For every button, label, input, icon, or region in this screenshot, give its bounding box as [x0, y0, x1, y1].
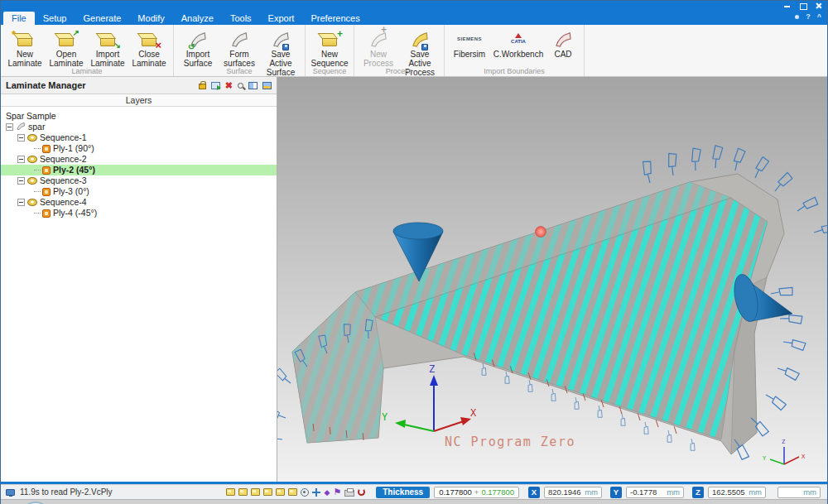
form-surfaces-icon	[230, 27, 248, 50]
title-bar	[1, 1, 827, 11]
import-surface-icon	[189, 27, 207, 50]
new-sequence-button[interactable]: New Sequence	[310, 27, 349, 68]
pin-icon[interactable]	[795, 15, 799, 19]
sequence-icon	[27, 177, 37, 185]
tree-connector	[34, 213, 41, 214]
mini-axis-z-label: Z	[782, 439, 785, 445]
menu-preferences[interactable]: Preferences	[302, 12, 368, 25]
monitor-icon	[6, 489, 15, 496]
tree-item-ply-2-selected[interactable]: Ply-2 (45°)	[1, 165, 277, 175]
ribbon-group-laminate: New Laminate Open Laminate Import Lamina…	[1, 25, 174, 76]
thickness-value: 0.177800	[439, 487, 472, 497]
nc-program-zero-label: NC Program Zero	[445, 434, 575, 449]
open-laminate-icon	[59, 27, 74, 50]
split-view-icon[interactable]	[248, 82, 258, 89]
ribbon-group-import-boundaries: SIEMENS Fibersim CATIA C.Workbench CAD I…	[445, 25, 585, 76]
ply-icon	[42, 209, 51, 218]
cworkbench-button[interactable]: CATIA C.Workbench	[492, 27, 545, 59]
help-icon[interactable]: ?	[806, 12, 811, 21]
thickness-field[interactable]: 0.177800 + 0.177800	[434, 487, 519, 498]
close-laminate-button[interactable]: Close Laminate	[129, 27, 169, 68]
x-axis-button[interactable]: X	[528, 487, 540, 498]
tree-root[interactable]: Spar Sample	[1, 111, 277, 122]
gallery-view-icon[interactable]	[262, 82, 272, 89]
import-surface-button[interactable]: Import Surface	[178, 27, 218, 68]
view-cube-4-icon[interactable]	[263, 488, 272, 496]
menu-analyze[interactable]: Analyze	[173, 12, 222, 25]
application-window: File Setup Generate Modify Analyze Tools…	[0, 0, 828, 504]
view-cube-3-icon[interactable]	[251, 488, 260, 496]
rotate-view-icon[interactable]	[301, 488, 309, 497]
y-unit: mm	[667, 487, 680, 497]
import-laminate-button[interactable]: Import Laminate	[88, 27, 128, 68]
siemens-logo-icon: SIEMENS	[457, 27, 482, 50]
sequence-icon	[27, 199, 37, 206]
menu-file[interactable]: File	[3, 12, 35, 25]
tree-item-ply-1[interactable]: Ply-1 (90°)	[1, 143, 277, 154]
fit-view-icon[interactable]	[312, 488, 320, 497]
menu-setup[interactable]: Setup	[35, 12, 75, 25]
delete-icon[interactable]: ✖	[225, 81, 233, 89]
measure-icon[interactable]: ◆	[324, 488, 330, 497]
cad-button[interactable]: CAD	[546, 27, 580, 59]
search-icon[interactable]	[238, 83, 243, 89]
tree-item-sequence-2[interactable]: Sequence-2	[1, 154, 277, 165]
ply-icon	[42, 166, 51, 175]
expander-icon[interactable]	[17, 134, 25, 142]
close-button[interactable]	[815, 2, 822, 9]
refresh-icon[interactable]	[358, 488, 365, 496]
tree-item-sequence-3[interactable]: Sequence-3	[1, 175, 277, 186]
view-cube-5-icon[interactable]	[276, 488, 285, 496]
tree-item-ply-3[interactable]: Ply-3 (0°)	[1, 186, 277, 197]
status-bar: 11.9s to read Ply-2.VcPly ◆ ⚑ Thickness …	[1, 484, 827, 499]
3d-viewport[interactable]: Z X Y NC Program Zero Z X Y	[277, 77, 827, 482]
new-process-button[interactable]: New Process	[359, 27, 398, 68]
y-coordinate-field[interactable]: -0.1778 mm	[626, 487, 684, 498]
save-disk-icon	[421, 44, 428, 50]
menu-modify[interactable]: Modify	[129, 12, 172, 25]
view-cube-2-icon[interactable]	[238, 488, 248, 496]
open-laminate-button[interactable]: Open Laminate	[46, 27, 86, 68]
ribbon-group-sequence: New Sequence Sequence	[306, 25, 354, 76]
layers-column-header: Layers	[1, 94, 277, 107]
thickness-operator: +	[474, 487, 479, 497]
extra-unit-field[interactable]: mm	[777, 487, 821, 498]
menu-export[interactable]: Export	[260, 12, 303, 25]
z-axis-button[interactable]: Z	[692, 487, 704, 498]
maximize-button[interactable]	[799, 2, 806, 9]
fibersim-button[interactable]: SIEMENS Fibersim	[449, 27, 490, 59]
panel-header: Laminate Manager ✖	[1, 77, 277, 94]
tree-item-sequence-1[interactable]: Sequence-1	[1, 132, 277, 143]
sequence-icon	[27, 134, 37, 142]
x-coordinate-field[interactable]: 820.1946 mm	[544, 487, 602, 498]
menu-generate[interactable]: Generate	[75, 12, 129, 25]
export-view-icon[interactable]	[211, 82, 220, 89]
expander-icon[interactable]	[17, 156, 25, 163]
ply-icon	[42, 145, 51, 153]
expander-icon[interactable]	[17, 177, 25, 185]
view-cube-6-icon[interactable]	[288, 488, 297, 496]
lock-icon[interactable]	[199, 84, 206, 89]
import-laminate-icon	[100, 27, 115, 50]
y-axis-button[interactable]: Y	[610, 487, 622, 498]
minimize-button[interactable]	[783, 2, 791, 9]
thickness-value-2: 0.177800	[481, 487, 514, 497]
view-cube-1-icon[interactable]	[226, 488, 235, 496]
tree-item-sequence-4[interactable]: Sequence-4	[1, 197, 277, 208]
flag-icon[interactable]: ⚑	[333, 487, 341, 497]
ribbon-group-process: New Process Save Active Process Process	[354, 25, 445, 76]
x-value: 820.1946	[548, 487, 581, 497]
thickness-label: Thickness	[376, 487, 430, 498]
tree-item-spar[interactable]: spar	[1, 122, 277, 132]
collapse-ribbon-icon[interactable]: ^	[817, 12, 821, 21]
expander-icon[interactable]	[6, 123, 13, 131]
catia-logo-icon: CATIA	[511, 27, 526, 50]
new-laminate-button[interactable]: New Laminate	[5, 27, 45, 68]
z-coordinate-field[interactable]: 162.5505 mm	[708, 487, 766, 498]
form-surfaces-button[interactable]: Form surfaces	[219, 27, 259, 68]
menu-tools[interactable]: Tools	[222, 12, 260, 25]
tree-item-ply-4[interactable]: Ply-4 (-45°)	[1, 208, 277, 218]
expander-icon[interactable]	[17, 199, 25, 206]
print-icon[interactable]	[344, 490, 354, 497]
sequence-icon	[27, 156, 37, 163]
